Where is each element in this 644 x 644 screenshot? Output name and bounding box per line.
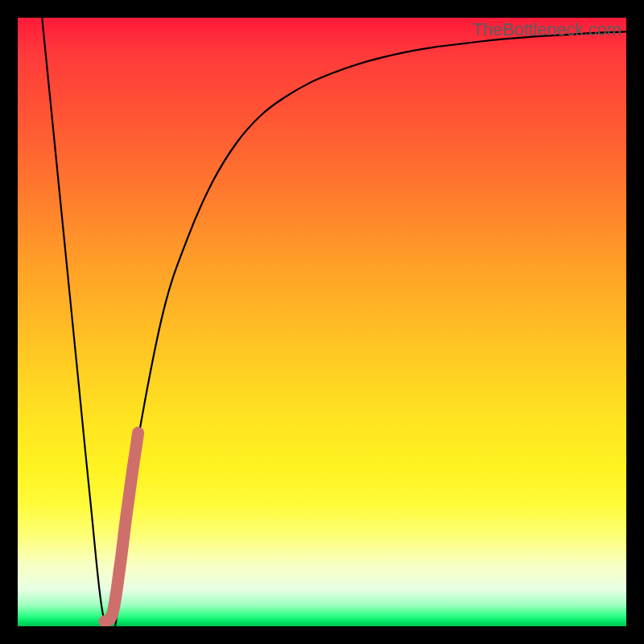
plot-area: TheBottleneck.com xyxy=(18,18,626,626)
watermark-text: TheBottleneck.com xyxy=(473,19,621,40)
highlight-segment-path xyxy=(105,433,138,621)
chart-frame: TheBottleneck.com xyxy=(0,0,644,644)
chart-svg xyxy=(18,18,626,626)
